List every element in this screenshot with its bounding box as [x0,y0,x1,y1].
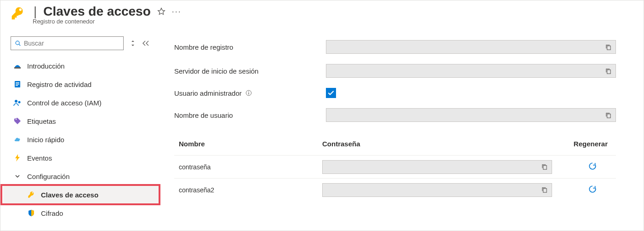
table-header-name: Nombre [174,140,322,148]
password-name: contraseña2 [174,186,322,194]
overview-icon [13,62,22,70]
svg-rect-10 [16,85,18,86]
copy-icon[interactable] [541,186,548,193]
svg-rect-9 [16,84,19,85]
table-header-regenerate: Regenerar [554,140,616,148]
sidebar-item-label: Etiquetas [27,117,56,125]
username-field[interactable] [326,108,616,122]
regenerate-button[interactable] [588,185,597,193]
shield-icon [27,209,35,217]
sidebar-item-label: Cifrado [41,209,63,217]
sidebar-item-label: Eventos [27,154,52,162]
page-header: | Claves de acceso ··· Registro de conte… [0,0,644,31]
password-name: contraseña [174,163,322,171]
passwords-table: Nombre Contraseña Regenerar contraseña c… [174,132,616,201]
sidebar-item-tags[interactable]: Etiquetas [11,112,157,130]
tags-icon [13,117,22,125]
events-icon [13,154,22,162]
regenerate-button[interactable] [588,162,597,170]
key-icon [27,191,35,199]
sidebar-item-events[interactable]: Eventos [11,149,157,167]
access-control-icon [13,98,22,107]
chevron-down-icon [13,172,22,180]
sidebar-item-label: Claves de acceso [41,191,98,199]
sidebar-item-label: Introducción [27,62,65,70]
sidebar-item-label: Registro de actividad [27,81,91,88]
sidebar-item-label: Inicio rápido [27,136,64,144]
sidebar-section-label: Configuración [27,173,70,180]
password-field[interactable] [322,160,552,174]
copy-icon[interactable] [605,112,612,119]
table-row: contraseña2 [174,178,616,201]
search-field[interactable] [24,40,120,47]
sidebar-item-access-keys[interactable]: Claves de acceso [3,185,159,204]
table-header-password: Contraseña [322,140,554,148]
search-input[interactable] [11,36,124,50]
svg-point-13 [16,119,17,120]
header-divider: | [34,4,37,19]
key-icon [11,6,25,21]
registry-name-label: Nombre de registro [174,43,326,51]
sidebar-nav: Introducción Registro de actividad Contr… [11,57,157,222]
sidebar: Introducción Registro de actividad Contr… [0,31,161,231]
info-icon[interactable] [245,90,252,96]
copy-icon[interactable] [541,163,548,170]
expand-icon[interactable] [130,40,136,46]
table-row: contraseña [174,155,616,178]
page-subtitle: Registro de contenedor [33,18,644,25]
sidebar-item-label: Control de acceso (IAM) [27,99,102,107]
registry-name-field[interactable] [326,40,616,54]
page-title: Claves de acceso [43,4,151,19]
more-icon[interactable]: ··· [172,7,182,17]
password-field[interactable] [322,183,552,197]
login-server-label: Servidor de inicio de sesión [174,67,326,75]
sidebar-section-configuration[interactable]: Configuración [11,167,157,185]
sidebar-item-encryption[interactable]: Cifrado [11,204,157,222]
sidebar-item-overview[interactable]: Introducción [11,57,157,75]
sidebar-item-activity-log[interactable]: Registro de actividad [11,75,157,93]
svg-point-12 [18,101,21,104]
login-server-field[interactable] [326,64,616,78]
username-label: Nombre de usuario [174,111,326,119]
admin-user-label: Usuario administrador [174,89,326,97]
copy-icon[interactable] [605,68,612,75]
quick-start-icon [13,135,22,144]
svg-rect-6 [14,67,21,69]
sidebar-item-quick-start[interactable]: Inicio rápido [11,130,157,149]
svg-rect-8 [16,82,19,83]
favorite-icon[interactable] [157,7,165,16]
svg-point-11 [15,100,17,103]
admin-user-label-text: Usuario administrador [174,89,242,97]
main-content: Nombre de registro Servidor de inicio de… [161,31,644,231]
sidebar-item-access-control[interactable]: Control de acceso (IAM) [11,93,157,112]
admin-user-checkbox[interactable] [326,88,336,98]
copy-icon[interactable] [605,44,612,51]
activity-log-icon [13,80,22,88]
collapse-sidebar-icon[interactable] [142,40,149,46]
